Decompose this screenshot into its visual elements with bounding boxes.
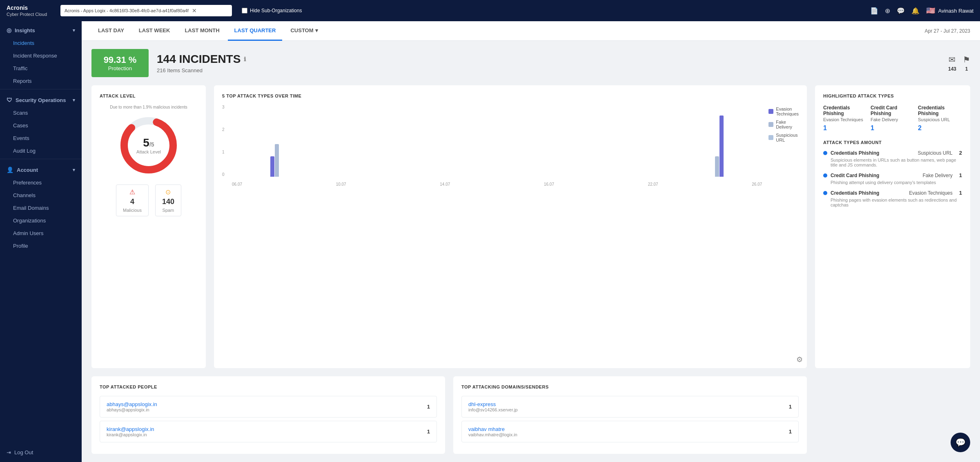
top-attacks-panel: 5 TOP ATTACK TYPES OVER TIME 3 2 1 0 bbox=[214, 85, 807, 368]
domains-row-0-left: dhl-express info@sv14266.xserver.jp bbox=[468, 401, 518, 412]
tab-last-quarter[interactable]: LAST QUARTER bbox=[228, 21, 283, 41]
summary-row: 99.31 % Protection 144 INCIDENTS ℹ 216 I… bbox=[91, 49, 970, 77]
people-count-1: 1 bbox=[427, 429, 430, 435]
attack-stats: ⚠ 4 Malicious ⊙ 140 Spam bbox=[100, 184, 198, 216]
x-label-1607: 16.07 bbox=[544, 182, 554, 187]
domain-name-1[interactable]: vaibhav mhatre bbox=[468, 426, 517, 432]
sidebar-item-profile[interactable]: Profile bbox=[0, 240, 82, 252]
user-menu[interactable]: 🇺🇸 Avinash Rawat bbox=[926, 6, 973, 15]
insights-chevron-icon: ▾ bbox=[73, 28, 75, 33]
bell-icon[interactable]: 🔔 bbox=[911, 7, 920, 15]
chat-icon[interactable]: 💬 bbox=[897, 7, 905, 15]
attack-note: Due to more than 1.9% malicious incident… bbox=[100, 105, 198, 109]
amount-dot-2 bbox=[823, 191, 827, 195]
security-ops-icon: 🛡 bbox=[7, 97, 12, 103]
sidebar-item-scans[interactable]: Scans bbox=[0, 107, 82, 119]
content-area: LAST DAY LAST WEEK LAST MONTH LAST QUART… bbox=[82, 21, 980, 462]
amount-row-0: Credentials Phishing Suspicious URL 2 bbox=[823, 150, 962, 156]
domain-name-0[interactable]: dhl-express bbox=[468, 401, 518, 407]
protection-badge: 99.31 % Protection bbox=[91, 49, 149, 77]
hide-sub-orgs[interactable]: Hide Sub-Organizations bbox=[242, 8, 302, 13]
brand-sub: Cyber Protect Cloud bbox=[7, 11, 56, 17]
filter-date-range: Apr 27 - Jul 27, 2023 bbox=[925, 28, 970, 34]
sidebar-item-traffic[interactable]: Traffic bbox=[0, 62, 82, 75]
people-row-0-left: abhays@appslogix.in abhays@appslogix.in bbox=[107, 401, 157, 412]
amount-type-1: Credit Card Phishing bbox=[831, 173, 879, 178]
legend-suspicious-label: SuspiciousURL bbox=[776, 133, 797, 142]
sidebar-item-events[interactable]: Events bbox=[0, 132, 82, 144]
incidents-info-icon[interactable]: ℹ bbox=[244, 56, 246, 62]
tab-last-month[interactable]: LAST MONTH bbox=[178, 21, 226, 41]
security-ops-chevron-icon: ▾ bbox=[73, 98, 75, 103]
topbar-right: 📄 ⊕ 💬 🔔 🇺🇸 Avinash Rawat bbox=[870, 6, 973, 15]
amount-type-2: Credentials Phishing bbox=[831, 190, 879, 196]
x-label-2607: 26.07 bbox=[752, 182, 762, 187]
chart-settings-icon[interactable]: ⚙ bbox=[796, 355, 803, 364]
logout-button[interactable]: ⇥ Log Out bbox=[0, 443, 82, 462]
sidebar-item-audit-log[interactable]: Audit Log bbox=[0, 144, 82, 157]
amount-count-0: 2 bbox=[959, 150, 962, 156]
active-tab-pill[interactable]: Acronis - Apps Logix - 4c8616f3-30e8-4fc… bbox=[60, 5, 232, 16]
sidebar-item-organizations[interactable]: Organizations bbox=[0, 214, 82, 227]
document-icon[interactable]: 📄 bbox=[870, 7, 878, 15]
sidebar-item-channels[interactable]: Channels bbox=[0, 189, 82, 202]
sidebar: ◎ Insights ▾ Incidents Incident Response… bbox=[0, 21, 82, 462]
amount-item-1: Credit Card Phishing Fake Delivery 1 Phi… bbox=[823, 172, 962, 185]
legend-evasion-dot bbox=[768, 109, 773, 114]
brand: Acronis Cyber Protect Cloud bbox=[7, 4, 56, 17]
donut-value: 5/5 bbox=[136, 136, 161, 149]
sidebar-item-cases[interactable]: Cases bbox=[0, 119, 82, 132]
amount-row-2: Credentials Phishing Evasion Techniques … bbox=[823, 190, 962, 196]
people-name-1[interactable]: kirank@appslogix.in bbox=[107, 426, 154, 432]
malicious-count: 4 bbox=[130, 198, 134, 206]
domain-count-0: 1 bbox=[789, 404, 792, 410]
amount-desc-0: Suspicious elements in URLs such as butt… bbox=[831, 158, 962, 167]
bar-evasion-0607 bbox=[270, 156, 274, 177]
hide-sub-checkbox[interactable] bbox=[242, 8, 247, 13]
legend-evasion: EvasionTechniques bbox=[768, 107, 799, 116]
attack-amounts: ATTACK TYPES AMOUNT Credentials Phishing… bbox=[823, 140, 962, 207]
sidebar-item-email-domains[interactable]: Email Domains bbox=[0, 202, 82, 214]
amount-count-1: 1 bbox=[959, 172, 962, 178]
account-icon: 👤 bbox=[7, 167, 13, 173]
people-name-0[interactable]: abhays@appslogix.in bbox=[107, 401, 157, 407]
attack-amounts-title: ATTACK TYPES AMOUNT bbox=[823, 140, 962, 145]
amount-subtype-1: Fake Delivery bbox=[922, 173, 952, 178]
summary-icons: ✉ 143 ⚑ 1 bbox=[948, 55, 970, 72]
amount-count-2: 1 bbox=[959, 190, 962, 196]
highlight-header-0: Credentials Phishing bbox=[823, 105, 867, 116]
sidebar-item-reports[interactable]: Reports bbox=[0, 75, 82, 87]
add-icon[interactable]: ⊕ bbox=[885, 7, 890, 15]
highlight-count-0[interactable]: 1 bbox=[823, 124, 867, 132]
y-label-2: 2 bbox=[222, 127, 230, 132]
top-attacked-people-panel: Top Attacked People abhays@appslogix.in … bbox=[91, 376, 445, 454]
sidebar-security-ops-group[interactable]: 🛡 Security Operations ▾ bbox=[0, 91, 82, 107]
sidebar-item-incident-response[interactable]: Incident Response bbox=[0, 49, 82, 62]
legend-fake: FakeDelivery bbox=[768, 120, 799, 129]
sidebar-account-group[interactable]: 👤 Account ▾ bbox=[0, 161, 82, 176]
incidents-count: 144 INCIDENTS ℹ bbox=[157, 53, 246, 66]
email-icon: ✉ bbox=[949, 55, 956, 64]
sidebar-insights-group[interactable]: ◎ Insights ▾ bbox=[0, 21, 82, 37]
tab-last-day[interactable]: LAST DAY bbox=[91, 21, 131, 41]
sidebar-item-admin-users[interactable]: Admin Users bbox=[0, 227, 82, 240]
legend-evasion-label: EvasionTechniques bbox=[776, 107, 799, 116]
tab-last-week[interactable]: LAST WEEK bbox=[132, 21, 177, 41]
tab-pill-close-icon[interactable]: ✕ bbox=[192, 7, 197, 14]
highlight-count-1[interactable]: 1 bbox=[871, 124, 915, 132]
tab-custom[interactable]: CUSTOM ▾ bbox=[284, 21, 324, 41]
sidebar-item-incidents[interactable]: Incidents bbox=[0, 37, 82, 49]
sidebar-item-preferences[interactable]: Preferences bbox=[0, 176, 82, 189]
summary-flag-icon-box: ⚑ 1 bbox=[963, 55, 970, 72]
protection-pct: 99.31 % bbox=[100, 55, 140, 65]
bottom-row: Top Attacked People abhays@appslogix.in … bbox=[91, 376, 970, 454]
sidebar-divider-2 bbox=[0, 159, 82, 159]
flag-count-icon: ⚑ bbox=[963, 55, 970, 64]
x-label-1007: 10.07 bbox=[336, 182, 346, 187]
highlight-count-2[interactable]: 2 bbox=[918, 124, 962, 132]
sidebar-account-label: Account bbox=[17, 167, 38, 173]
highlight-col-2: Credentials Phishing Suspicious URL 2 bbox=[918, 105, 962, 132]
chat-button[interactable]: 💬 bbox=[951, 433, 970, 452]
malicious-stat: ⚠ 4 Malicious bbox=[116, 184, 149, 216]
amount-subtype-0: Suspicious URL bbox=[918, 150, 952, 156]
